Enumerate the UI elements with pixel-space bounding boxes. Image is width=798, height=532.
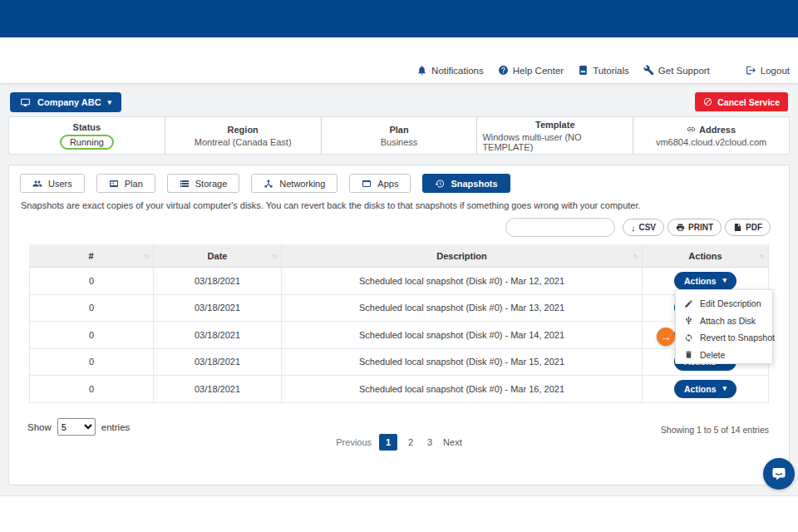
vm-tabs: Users Plan Storage Networking Apps (9, 165, 789, 193)
cell-num: 0 (29, 376, 154, 403)
nav-get-support[interactable]: Get Support (643, 65, 710, 76)
tab-snapshots[interactable]: Snapshots (422, 174, 510, 193)
status-badge: Running (60, 135, 114, 150)
nav-label: Logout (761, 66, 790, 76)
snapshots-table: #↑↓ Date↑↓ Description↑↓ Actions↑↓ 0 03/… (29, 244, 769, 403)
menu-item-attach-as-disk[interactable]: Attach as Disk (676, 313, 772, 330)
pagination-previous[interactable]: Previous (336, 437, 372, 447)
network-icon (264, 179, 273, 189)
region-label: Region (228, 125, 259, 135)
sort-icon[interactable]: ↑↓ (633, 252, 637, 260)
status-col-template: Template Windows multi-user (NO TEMPLATE… (477, 117, 633, 154)
sync-icon (684, 333, 693, 342)
nav-logout[interactable]: Logout (746, 65, 790, 76)
help-circle-icon (498, 65, 509, 76)
row-actions-button[interactable]: Actions▾ (674, 380, 736, 398)
nav-notifications[interactable]: Notifications (416, 65, 484, 76)
cell-date: 03/18/2021 (154, 268, 282, 295)
pagination-page-2[interactable]: 2 (405, 437, 416, 447)
cell-description: Scheduled local snapshot (Disk #0) - Mar… (282, 376, 643, 403)
cell-num: 0 (29, 349, 154, 377)
cell-date: 03/18/2021 (154, 322, 282, 349)
page-size-select[interactable]: 5 (57, 418, 96, 436)
cell-description: Scheduled local snapshot (Disk #0) - Mar… (282, 268, 643, 295)
sort-icon[interactable]: ↑↓ (272, 252, 276, 260)
trash-icon (684, 350, 693, 359)
pagination-page-1[interactable]: 1 (379, 434, 397, 451)
cell-description: Scheduled local snapshot (Disk #0) - Mar… (282, 322, 643, 349)
cell-actions: Actions▾ (643, 376, 769, 403)
menu-item-delete[interactable]: Delete (676, 347, 772, 364)
cell-date: 03/18/2021 (154, 349, 282, 377)
cell-date: 03/18/2021 (154, 295, 282, 323)
table-controls: ↓ CSV PRINT PDF (505, 218, 771, 237)
sort-icon[interactable]: ↑↓ (759, 252, 763, 260)
cell-num: 0 (29, 295, 154, 323)
export-print-button[interactable]: PRINT (667, 219, 722, 236)
sort-icon[interactable]: ↑↓ (144, 252, 148, 260)
header-navbar: Notifications Help Center Tutorials Get … (0, 37, 798, 83)
cell-description: Scheduled local snapshot (Disk #0) - Mar… (282, 295, 643, 323)
tab-storage[interactable]: Storage (167, 174, 240, 193)
pagination-next[interactable]: Next (443, 437, 462, 447)
cell-num: 0 (29, 268, 154, 295)
status-col-status: Status Running (9, 117, 165, 154)
show-label: Show (27, 422, 52, 432)
plan-icon (109, 179, 119, 189)
export-csv-button[interactable]: ↓ CSV (623, 219, 664, 236)
row-actions-button[interactable]: Actions▾ (674, 272, 736, 290)
address-label: Address (687, 125, 736, 135)
plan-value: Business (381, 137, 418, 147)
page-size-control: Show 5 entries (27, 418, 130, 436)
template-label: Template (535, 120, 574, 130)
snapshots-panel: Users Plan Storage Networking Apps (8, 165, 790, 485)
cancel-service-label: Cancel Service (717, 97, 780, 107)
entries-label: entries (101, 422, 131, 432)
chevron-down-icon: ▾ (722, 277, 727, 284)
app-viewport: Notifications Help Center Tutorials Get … (0, 0, 798, 532)
bell-icon (416, 65, 427, 76)
column-header-date[interactable]: Date↑↓ (154, 244, 282, 268)
actions-dropdown-menu: Edit Description Attach as Disk Revert t… (675, 289, 773, 364)
column-header-num[interactable]: #↑↓ (29, 244, 154, 268)
storage-icon (180, 179, 190, 189)
wrench-icon (643, 65, 654, 76)
menu-item-revert-to-snapshot[interactable]: Revert to Snapshot (676, 329, 772, 347)
status-col-address: Address vm6804.cloud.v2cloud.com (633, 117, 789, 154)
tab-users[interactable]: Users (20, 174, 85, 193)
column-header-description[interactable]: Description↑↓ (282, 244, 643, 268)
cancel-service-button[interactable]: Cancel Service (695, 92, 788, 111)
cell-date: 03/18/2021 (154, 376, 282, 403)
pencil-icon (684, 299, 693, 308)
column-header-actions[interactable]: Actions↑↓ (643, 244, 769, 268)
tab-plan[interactable]: Plan (96, 174, 155, 193)
nav-help-center[interactable]: Help Center (498, 65, 564, 76)
nav-tutorials[interactable]: Tutorials (578, 65, 629, 76)
download-icon: ↓ (631, 223, 636, 233)
history-icon (435, 179, 445, 189)
top-brand-bar (0, 0, 798, 37)
chat-widget-button[interactable] (763, 458, 795, 490)
nav-label: Help Center (513, 66, 564, 76)
click-indicator-arrow: → (657, 328, 675, 346)
tab-apps[interactable]: Apps (349, 174, 411, 193)
chat-bubble-icon (771, 466, 787, 482)
file-icon (733, 223, 742, 232)
table-row: 0 03/18/2021 Scheduled local snapshot (D… (29, 268, 769, 295)
tab-networking[interactable]: Networking (251, 174, 337, 193)
page-background: Company ABC ▾ Cancel Service Status Runn… (0, 83, 798, 496)
header-nav-items: Notifications Help Center Tutorials Get … (416, 65, 790, 76)
table-row: 0 03/18/2021 Scheduled local snapshot (D… (29, 349, 769, 377)
export-pdf-button[interactable]: PDF (725, 219, 771, 236)
search-input[interactable] (505, 218, 615, 237)
monitor-icon (20, 97, 31, 108)
pagination: Previous 1 2 3 Next (9, 434, 789, 451)
nav-label: Get Support (658, 66, 710, 76)
plan-label: Plan (389, 125, 408, 135)
logout-icon (746, 65, 756, 76)
pagination-page-3[interactable]: 3 (424, 437, 436, 447)
menu-item-edit-description[interactable]: Edit Description (676, 295, 772, 313)
company-selector-button[interactable]: Company ABC ▾ (10, 92, 121, 112)
printer-icon (676, 223, 685, 232)
vm-status-card: Status Running Region Montreal (Canada E… (8, 116, 790, 155)
